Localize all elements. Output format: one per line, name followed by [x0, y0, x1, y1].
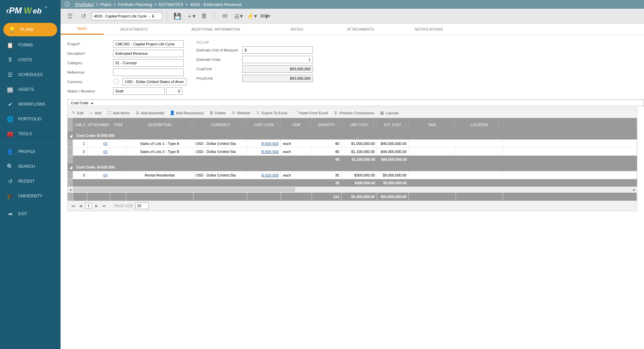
cell-costcode[interactable]: B-500-500 — [247, 140, 281, 147]
preview-conversions-button[interactable]: $Preview Conversions — [333, 111, 374, 115]
col-quantity[interactable]: QUANTITY⋮ — [312, 118, 342, 131]
tabs: MAIN ADJUSTMENTS ADDITIONAL INFORMATION … — [61, 24, 644, 35]
record-dropdown[interactable] — [92, 12, 162, 20]
col-line[interactable]: LINE #⋮ — [73, 118, 87, 131]
reference-field[interactable] — [113, 69, 184, 76]
group-by-pill[interactable]: Cost Code▲ — [67, 100, 644, 106]
add-items-button[interactable]: ☐Add Items — [107, 111, 130, 115]
col-task[interactable]: TASK⋮ — [409, 118, 456, 131]
3d-button[interactable]: 3D▮▾ — [260, 11, 271, 22]
history-button[interactable]: ↺ — [78, 11, 89, 22]
category-label: Category — [67, 61, 111, 65]
breadcrumb-estimates[interactable]: ESTIMATES — [159, 2, 183, 7]
delete-button[interactable]: 🗑 — [199, 11, 210, 22]
grand-unit: $2,400,000.00 — [342, 193, 377, 201]
sidebar-item-costs[interactable]: $COSTS — [0, 52, 61, 67]
table-row[interactable]: 3(0)Rental ResidentialUSD - Dollar (Unit… — [68, 171, 637, 179]
tab-main[interactable]: MAIN — [61, 24, 104, 35]
refresh-button[interactable]: ⟳Refresh — [231, 111, 250, 115]
sidebar-item-university[interactable]: 🎓UNIVERSITY — [0, 189, 61, 203]
sidebar-item-workflows[interactable]: ✔WORKFLOWS — [0, 97, 61, 112]
breadcrumb-planning[interactable]: Portfolio Planning — [118, 2, 152, 7]
sidebar-item-plans[interactable]: 💡PLANS — [3, 23, 57, 36]
breadcrumb-plans[interactable]: Plans — [101, 2, 112, 7]
add-resources-button[interactable]: 👤Add Resource(s) — [170, 111, 204, 115]
paste-icon: 📄 — [293, 111, 297, 115]
prev-page-button[interactable]: ◀ — [78, 203, 83, 208]
sidebar-item-portfolio[interactable]: 🌐PORTFOLIO — [0, 112, 61, 126]
cell-costcode[interactable]: B-500-500 — [247, 148, 281, 155]
tab-notifications[interactable]: NOTIFICATIONS — [394, 24, 463, 35]
col-item[interactable]: ITEM⋮ — [110, 118, 126, 131]
tab-additional[interactable]: ADDITIONAL INFORMATION — [165, 24, 267, 35]
save-button[interactable]: 💾 — [172, 11, 183, 22]
scroll-right-icon[interactable]: ► — [632, 187, 637, 193]
page-number-input[interactable] — [85, 203, 92, 209]
col-currency[interactable]: CURRENCY⋮ — [193, 118, 247, 131]
col-unitcost[interactable]: UNIT COST⋮ — [342, 118, 377, 131]
col-extcost[interactable]: EXT. COST⋮ — [377, 118, 409, 131]
table-row[interactable]: 1(0)Sales of Lots 1 - Type AUSD - Dollar… — [68, 140, 637, 148]
col-location[interactable]: LOCATION⋮ — [456, 118, 503, 131]
scroll-thumb[interactable] — [73, 187, 295, 192]
group-header[interactable]: ◢Cost Code: B-500-500 — [68, 131, 637, 140]
paste-excel-button[interactable]: 📄Paste From Excel — [293, 111, 328, 115]
cell-costcode[interactable]: B-520-500 — [247, 171, 281, 179]
units-field[interactable] — [242, 56, 313, 63]
svg-text:‹PM: ‹PM — [6, 6, 22, 15]
breadcrumb-root[interactable]: (Portfolio) — [75, 2, 94, 7]
print-button[interactable]: 🖨▾ — [233, 11, 244, 22]
add-button[interactable]: ＋Add — [89, 111, 102, 115]
add-button[interactable]: ＋▾ — [185, 11, 196, 22]
category-field[interactable] — [113, 59, 184, 67]
cell-attachments[interactable]: (0) — [87, 140, 110, 147]
sidebar-item-tools[interactable]: 🧰TOOLS — [0, 126, 61, 141]
cell-attachments[interactable]: (0) — [87, 171, 110, 179]
tab-attachments[interactable]: ATTACHMENTS — [327, 24, 395, 35]
cell-attachments[interactable]: (0) — [87, 148, 110, 155]
email-button[interactable]: ✉ — [219, 11, 230, 22]
cell-description: Sales of Lots 2 - Type B — [126, 148, 193, 155]
list-button[interactable]: ☲ — [65, 11, 75, 22]
grand-ext: $93,000,000.00 — [377, 193, 409, 201]
col-attachments[interactable]: ATTACHMEN⋮ — [87, 118, 110, 131]
group-header[interactable]: ◢Cost Code: B-520-500 — [68, 163, 637, 171]
sidebar-item-profile[interactable]: 👤PROFILE — [0, 144, 61, 159]
scroll-left-icon[interactable]: ◄ — [68, 187, 73, 193]
edit-button[interactable]: ✎Edit — [71, 111, 83, 115]
sidebar-item-assets[interactable]: 🏢ASSETS — [0, 82, 61, 97]
status-field[interactable] — [113, 87, 165, 95]
sidebar-item-search[interactable]: 🔍SEARCH — [0, 159, 61, 174]
col-description[interactable]: DESCRIPTION⋮ — [126, 118, 193, 131]
add-assembly-button[interactable]: ⧉Add Assembly — [135, 111, 165, 115]
sidebar-item-recent[interactable]: ↺RECENT — [0, 174, 61, 189]
last-page-button[interactable]: ⏭ — [101, 203, 107, 208]
description-field[interactable] — [113, 50, 184, 57]
sidebar-item-schedules[interactable]: ☰SCHEDULES — [0, 67, 61, 82]
revision-field[interactable] — [166, 87, 182, 95]
sidebar-item-exit[interactable]: ➡EXIT — [0, 206, 61, 221]
pager: ⏮ ◀ ▶ ⏭ PAGE SIZE — [68, 201, 637, 211]
info-icon[interactable]: ⓘ — [65, 1, 70, 8]
horizontal-scrollbar[interactable]: ◄ ► — [68, 187, 637, 193]
col-uom[interactable]: UOM⋮ — [281, 118, 312, 131]
next-page-button[interactable]: ▶ — [94, 203, 99, 208]
tab-adjustments[interactable]: ADJUSTMENTS — [104, 24, 165, 35]
page-size-input[interactable] — [135, 202, 149, 209]
cell-uom: each — [281, 171, 312, 179]
logo: ‹PMWeb® — [0, 0, 61, 22]
tab-notes[interactable]: NOTES — [267, 24, 327, 35]
uom-field[interactable] — [242, 46, 313, 54]
currency-options-button[interactable]: ⋯ — [113, 79, 119, 85]
table-row[interactable]: 2(0)Sales of Lots 2 - Type BUSD - Dollar… — [68, 148, 637, 156]
price-field — [242, 75, 313, 82]
currency-field[interactable] — [122, 78, 186, 85]
project-field[interactable] — [113, 40, 184, 48]
sidebar-item-forms[interactable]: 📋FORMS — [0, 38, 61, 52]
export-excel-button[interactable]: XExport To Excel — [256, 111, 287, 115]
action-button[interactable]: ⚡▾ — [246, 11, 257, 22]
first-page-button[interactable]: ⏮ — [70, 203, 76, 208]
layouts-button[interactable]: ▦Layouts — [380, 111, 399, 115]
delete-button[interactable]: 🗑Delete — [209, 111, 226, 115]
col-costcode[interactable]: COST CODE⋮ — [247, 118, 281, 131]
